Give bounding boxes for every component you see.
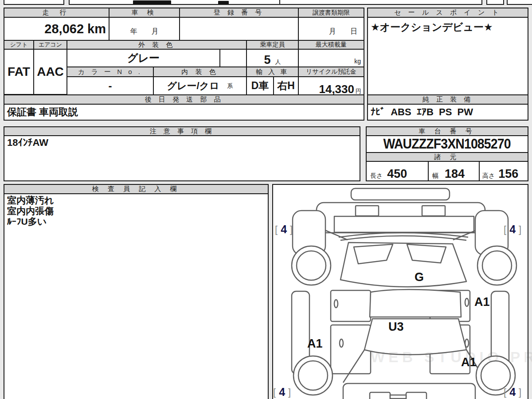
later-parts-value: 保証書 車両取説 — [4, 104, 364, 121]
clipped-row-cell — [279, 0, 482, 5]
interior-color-value: グレー/クロ系 — [153, 76, 247, 95]
bracket: ] — [290, 224, 293, 235]
watermark: WEB STUDIO PRO — [371, 348, 532, 366]
import-car-header: 輸 入 車 — [246, 66, 299, 77]
damage-code-windshield: G — [415, 270, 424, 284]
damage-grade-front-right: [4] — [504, 223, 521, 236]
clipped-text-fragment — [218, 1, 229, 4]
registration-value — [179, 17, 299, 41]
color-no-value: - — [66, 76, 154, 95]
damage-grade-front-left: [4] — [275, 223, 293, 236]
recycle-deposit-header: リサイクル預託金 — [298, 66, 364, 77]
capacity-header: 乗車定員 — [246, 40, 299, 50]
spec-length: 長さ450 — [366, 161, 429, 181]
clipped-row-cell — [507, 0, 532, 5]
genuine-equipment-value: ﾅﾋﾞ ABS ｴｱB PS PW — [367, 104, 528, 121]
bracket: ] — [519, 224, 521, 235]
spec-height-value: 156 — [498, 167, 518, 181]
exterior-color-header: 外 装 色 — [66, 40, 247, 50]
spec-width: 幅184 — [428, 161, 480, 181]
inspector-line: 室内薄汚れ — [7, 195, 265, 206]
damage-code-floor: U3 — [388, 320, 404, 334]
mileage-header: 走 行 — [4, 8, 110, 18]
mileage-value: 28,062 km — [4, 17, 110, 41]
bracket: [ — [275, 224, 278, 235]
transfer-deadline-value: 月 日 — [298, 17, 364, 41]
notes-header: 注 意 事 項 欄 — [4, 126, 360, 136]
shift-header: シフト — [4, 40, 34, 50]
spec-width-label: 幅 — [432, 172, 438, 180]
damage-diagram — [272, 184, 528, 399]
aircon-value: AAC — [33, 49, 67, 95]
interior-color-text: グレー/クロ — [167, 79, 219, 93]
genuine-equipment-header: 純 正 装 備 — [367, 94, 528, 105]
recycle-deposit-value: 14,330円 — [298, 76, 364, 95]
exterior-color-value: グレー — [66, 49, 220, 67]
spec-length-value: 450 — [387, 167, 407, 181]
bracket: ] — [519, 387, 521, 398]
clipped-text-fragment — [133, 0, 171, 4]
spec-height: 高さ156 — [479, 161, 528, 181]
aircon-header: エアコン — [33, 40, 67, 50]
damage-grade-rear-left: [4] — [273, 386, 291, 399]
capacity-unit: 人 — [275, 58, 281, 66]
bracket: [ — [273, 387, 276, 398]
inspector-line: 室内内張傷 — [7, 206, 265, 216]
spec-length-label: 長さ — [370, 172, 383, 180]
bracket: ] — [288, 387, 291, 398]
sales-point-value: ★オークションデビュー★ — [367, 17, 528, 96]
inspector-header: 検 査 員 記 入 欄 — [4, 184, 269, 194]
inspector-line: ﾙｰﾌU多い — [7, 216, 265, 227]
clipped-row-cell — [486, 0, 504, 5]
max-load-value: kg — [298, 49, 364, 67]
chassis-no-text: WAUZZZF3XN1085270 — [383, 136, 511, 152]
damage-code-right-rear-fender: A1 — [461, 356, 477, 369]
damage-code-right-front-door: A1 — [474, 295, 490, 309]
capacity-value: 5人 — [246, 49, 299, 67]
transfer-deadline-header: 譲渡書類期限 — [298, 8, 364, 18]
registration-header: 登 録 番 号 — [179, 8, 299, 18]
inspector-notes: 室内薄汚れ 室内内張傷 ﾙｰﾌU多い — [4, 193, 269, 399]
shaken-value: 年 月 — [109, 17, 180, 41]
chassis-no-value: WAUZZZF3XN1085270 — [366, 135, 528, 153]
notes-value: 18ｲﾝﾁAW — [4, 135, 360, 181]
damage-code-left-rear-door: A1 — [307, 337, 323, 351]
chassis-no-header: 車 台 番 号 — [366, 126, 528, 136]
bracket: [ — [504, 224, 506, 235]
later-parts-header: 後 日 発 送 部 品 — [4, 94, 364, 105]
import-car-type: D車 — [246, 76, 274, 95]
interior-color-suffix: 系 — [227, 82, 233, 90]
color-no-header: カ ラ ー N o . — [66, 66, 154, 77]
clipped-row-cell — [4, 0, 64, 5]
interior-color-header: 内 装 色 — [153, 66, 247, 77]
specs-header: 諸 元 — [366, 152, 528, 162]
sales-point-header: セ ー ル ス ポ イ ン ト — [367, 8, 528, 18]
max-load-unit: kg — [354, 58, 361, 65]
spec-height-label: 高さ — [482, 172, 495, 180]
shaken-header: 車 検 — [109, 8, 180, 18]
spec-width-value: 184 — [445, 167, 465, 181]
import-car-handle: 右H — [273, 76, 299, 95]
capacity-number: 5 — [264, 53, 270, 67]
clipped-row-cell — [69, 0, 280, 5]
car-top-view-drawing — [273, 185, 528, 399]
auction-sheet: 走 行 車 検 登 録 番 号 譲渡書類期限 28,062 km 年 月 月 日… — [0, 0, 532, 399]
shift-value: FAT — [4, 49, 34, 95]
exterior-color-extra-cell — [219, 49, 247, 67]
max-load-header: 最大積載量 — [298, 40, 364, 50]
bracket: [ — [504, 387, 506, 398]
damage-grade-rear-right: [4] — [504, 386, 521, 399]
